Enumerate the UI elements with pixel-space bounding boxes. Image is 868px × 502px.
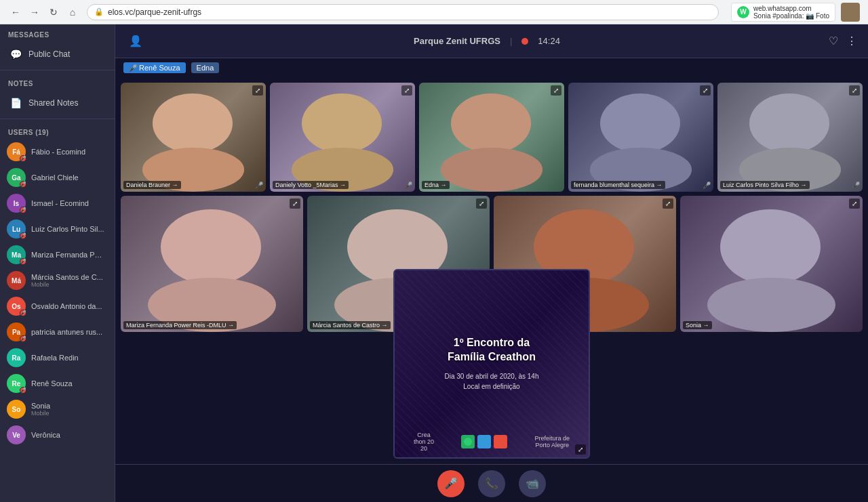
mute-icon: 🎤 [444,477,458,490]
video-button[interactable]: 📹 [519,470,546,497]
meeting-time: 14:24 [538,36,560,46]
svg-point-0 [464,438,472,446]
video-label: Daniela Brauner → [123,181,181,189]
divider-1 [0,70,115,70]
address-bar[interactable]: 🔒 elos.vc/parque-zenit-ufrgs [87,4,719,20]
video-tile: ⤢ fernanda blumenthal sequeira → 🎤 [568,83,713,192]
face-body [441,148,542,191]
user-avatar: Re 🎤 [7,374,26,393]
user-initials: Is [14,200,19,207]
presentation-title: 1º Encontro daFamília Creathon [448,336,536,364]
speaker-edna[interactable]: Edna [191,62,220,73]
video-label: Mariza Fernanda Power Reis -DMLU → [123,321,237,329]
user-sub: Mobile [31,410,50,417]
video-expand-button[interactable]: ⤢ [290,198,300,209]
whatsapp-url: web.whatsapp.com [753,5,829,12]
user-item[interactable]: Ve Verônica [0,422,115,448]
phone-icon: 📞 [485,477,498,490]
lock-icon: 🔒 [94,7,104,16]
user-name: patricia antunes rus... [31,328,102,336]
face-head [600,93,680,153]
sidebar-item-public-chat[interactable]: 💬 Public Chat [0,41,115,67]
user-initials: Fá [12,148,20,156]
user-item[interactable]: Re 🎤 Renê Souza [0,371,115,396]
recording-indicator [521,38,528,45]
user-avatar: Ra [7,348,26,367]
user-name: Mariza Fernanda Po... [31,251,104,259]
more-options-button[interactable]: ⋮ [846,35,857,47]
main-container: MESSAGES 💬 Public Chat NOTES 📄 Shared No… [0,24,868,502]
phone-button[interactable]: 📞 [478,470,505,497]
user-avatar: Pa 🎤 [7,322,26,341]
user-item[interactable]: Ga 🎤 Gabriel Chiele [0,165,115,190]
video-label: Daniely Votto _5Marias → [273,181,349,189]
user-item[interactable]: Pa 🎤 patricia antunes rus... [0,319,115,345]
video-expand-button[interactable]: ⤢ [663,198,673,209]
control-bar: 🎤 📞 📹 [115,464,868,502]
video-expand-button[interactable]: ⤢ [700,85,711,96]
favorite-button[interactable]: ♡ [829,35,838,47]
users-header: USERS (19) [0,122,115,139]
back-button[interactable]: ← [8,5,23,20]
user-item[interactable]: So Sonia Mobile [0,396,115,422]
top-bar: 👤 Parque Zenit UFRGS | 14:24 ♡ ⋮ [115,24,868,58]
refresh-button[interactable]: ↻ [46,5,61,20]
mute-button[interactable]: 🎤 [437,470,465,497]
pres-logo-2 [477,435,491,448]
pres-logo-prefeitura: Prefeitura dePorto Alegre [534,435,570,448]
user-info: Luiz Carlos Pinto Sil... [31,225,104,233]
video-expand-button[interactable]: ⤢ [551,85,561,96]
video-expand-button[interactable]: ⤢ [849,198,860,209]
speaker-row: 🎤 Renê Souza Edna [115,58,868,77]
user-avatar-extension[interactable] [841,3,860,22]
user-menu-button[interactable]: 👤 [126,32,145,51]
face-body [707,278,835,333]
mute-badge: 🎤 [20,335,26,342]
video-expand-button[interactable]: ⤢ [401,85,412,96]
mute-badge: 🎤 [20,258,26,265]
user-initials: Pa [12,329,20,336]
top-bar-left: 👤 [126,32,145,51]
user-item[interactable]: Má Márcia Santos de C... Mobile [0,268,115,293]
video-expand-button[interactable]: ⤢ [252,85,263,96]
mute-badge: 🎤 [20,387,26,394]
video-face [121,83,266,192]
user-name: Ismael - Ecomind [31,199,89,207]
home-button[interactable]: ⌂ [65,5,80,20]
sidebar-item-shared-notes[interactable]: 📄 Shared Notes [0,90,115,116]
video-tile: ⤢ Daniely Votto _5Marias → 🎤 [270,83,415,192]
user-item[interactable]: Ma 🎤 Mariza Fernanda Po... [0,242,115,268]
divider-2 [0,119,115,119]
video-label: Sonia → [683,321,712,329]
face-head [153,93,233,153]
user-avatar: Os 🎤 [7,297,26,316]
presentation-footer: Creathon 2020 Prefeitura dePorto Alegre [395,432,589,452]
user-name: Verônica [31,431,60,439]
whatsapp-message: Sonia #poalinda: 📷 Foto [753,12,829,20]
user-item[interactable]: Lu 🎤 Luiz Carlos Pinto Sil... [0,216,115,242]
user-info: Fábio - Ecomind [31,148,85,156]
video-mute-icon: 🎤 [404,182,412,189]
user-initials: Re [12,380,21,388]
video-face [680,196,863,333]
user-initials: Os [12,303,20,310]
video-tile: ⤢ Edna → [419,83,564,192]
forward-button[interactable]: → [27,5,42,20]
sidebar: MESSAGES 💬 Public Chat NOTES 📄 Shared No… [0,24,115,502]
speaker-rene[interactable]: 🎤 Renê Souza [123,62,186,73]
user-initials: So [12,406,21,413]
user-item[interactable]: Ra Rafaela Redin [0,345,115,371]
face-head [161,209,261,285]
user-name: Márcia Santos de C... [31,273,103,281]
chat-icon: 💬 [8,47,23,62]
user-name: Fábio - Ecomind [31,148,85,156]
whatsapp-extension[interactable]: W web.whatsapp.com Sonia #poalinda: 📷 Fo… [731,3,835,22]
user-item[interactable]: Os 🎤 Osvaldo Antonio da... [0,293,115,319]
video-tile: ⤢ Daniela Brauner → 🎤 [121,83,266,192]
user-item[interactable]: Is 🎤 Ismael - Ecomind [0,190,115,216]
user-item[interactable]: Fá 🎤 Fábio - Ecomind [0,139,115,165]
messages-header: MESSAGES [0,24,115,41]
video-expand-button[interactable]: ⤢ [476,198,487,209]
user-avatar: Ga 🎤 [7,168,26,187]
video-expand-button[interactable]: ⤢ [849,85,860,96]
